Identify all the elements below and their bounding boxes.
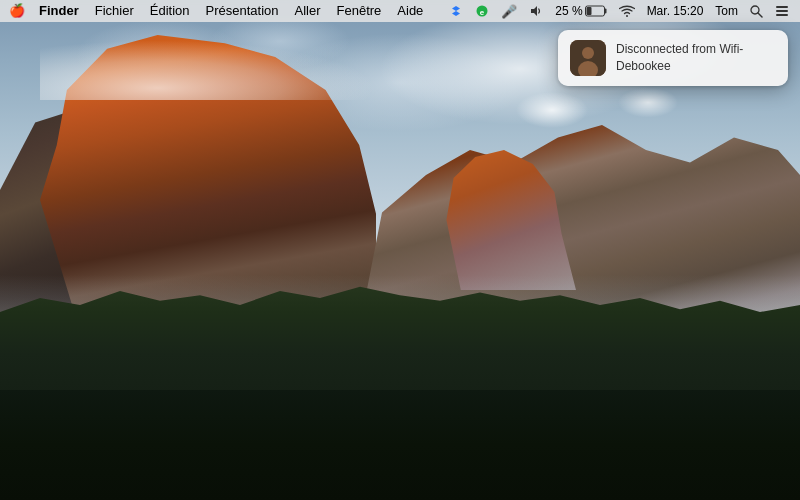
ground xyxy=(0,390,800,500)
dropbox-icon[interactable] xyxy=(446,4,466,18)
presentation-menu[interactable]: Présentation xyxy=(199,0,286,23)
wifi-icon[interactable] xyxy=(616,5,638,18)
svg-text:e: e xyxy=(480,8,485,17)
menubar: 🍎 Finder Fichier Édition Présentation Al… xyxy=(0,0,800,22)
svg-rect-9 xyxy=(776,10,788,12)
spotlight-icon[interactable] xyxy=(747,5,766,18)
evernote-icon[interactable]: e xyxy=(472,4,492,18)
battery-text: 25 % xyxy=(555,4,582,18)
menubar-right: e 🎤 25 % Mar. xyxy=(446,4,792,19)
svg-rect-10 xyxy=(776,14,788,16)
notification-app-icon xyxy=(570,40,606,76)
notification-popup[interactable]: Disconnected from Wifi-Debookee xyxy=(558,30,788,86)
notification-message: Disconnected from Wifi-Debookee xyxy=(616,41,776,75)
finder-menu[interactable]: Finder xyxy=(32,0,86,23)
notification-text-content: Disconnected from Wifi-Debookee xyxy=(616,42,743,73)
fichier-menu[interactable]: Fichier xyxy=(88,0,141,23)
datetime-display[interactable]: Mar. 15:20 xyxy=(644,4,707,18)
fenetre-menu[interactable]: Fenêtre xyxy=(330,0,389,23)
aller-menu[interactable]: Aller xyxy=(288,0,328,23)
svg-line-7 xyxy=(758,13,762,17)
volume-icon[interactable] xyxy=(526,4,546,18)
svg-marker-2 xyxy=(531,6,537,16)
svg-rect-4 xyxy=(604,9,606,14)
datetime-text: Mar. 15:20 xyxy=(647,4,704,18)
svg-rect-8 xyxy=(776,6,788,8)
user-display[interactable]: Tom xyxy=(712,4,741,18)
notification-center-icon[interactable] xyxy=(772,4,792,18)
mic-icon[interactable]: 🎤 xyxy=(498,4,520,19)
battery-display[interactable]: 25 % xyxy=(552,4,609,18)
el-capitan-snow xyxy=(40,40,376,100)
svg-point-12 xyxy=(582,47,594,59)
edition-menu[interactable]: Édition xyxy=(143,0,197,23)
apple-menu[interactable]: 🍎 xyxy=(8,2,26,20)
svg-rect-5 xyxy=(586,7,591,15)
aide-menu[interactable]: Aide xyxy=(390,0,430,23)
menubar-left: 🍎 Finder Fichier Édition Présentation Al… xyxy=(8,0,430,23)
username-text: Tom xyxy=(715,4,738,18)
